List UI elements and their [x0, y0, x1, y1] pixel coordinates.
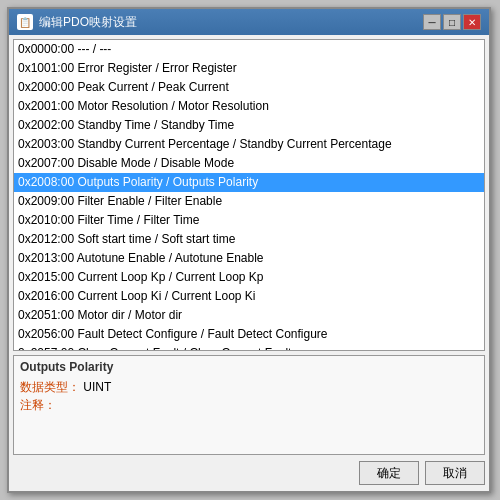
window-title: 编辑PDO映射设置 [39, 14, 423, 31]
data-type-value: UINT [83, 380, 111, 394]
list-item[interactable]: 0x2003:00 Standby Current Percentage / S… [14, 135, 484, 154]
title-bar: 📋 编辑PDO映射设置 ─ □ ✕ [9, 9, 489, 35]
data-type-field: 数据类型： UINT [20, 378, 478, 396]
list-item[interactable]: 0x2002:00 Standby Time / Standby Time [14, 116, 484, 135]
list-item[interactable]: 0x0000:00 --- / --- [14, 40, 484, 59]
list-item[interactable]: 0x2051:00 Motor dir / Motor dir [14, 306, 484, 325]
list-item[interactable]: 0x2016:00 Current Loop Ki / Current Loop… [14, 287, 484, 306]
data-type-label: 数据类型： [20, 380, 80, 394]
list-item[interactable]: 0x1001:00 Error Register / Error Registe… [14, 59, 484, 78]
list-item[interactable]: 0x2009:00 Filter Enable / Filter Enable [14, 192, 484, 211]
confirm-button[interactable]: 确定 [359, 461, 419, 485]
list-item[interactable]: 0x2015:00 Current Loop Kp / Current Loop… [14, 268, 484, 287]
maximize-button[interactable]: □ [443, 14, 461, 30]
list-item[interactable]: 0x2012:00 Soft start time / Soft start t… [14, 230, 484, 249]
action-buttons: 确定 取消 [13, 459, 485, 487]
detail-content: 数据类型： UINT 注释： [20, 378, 478, 438]
list-item[interactable]: 0x2013:00 Autotune Enable / Autotune Ena… [14, 249, 484, 268]
list-item[interactable]: 0x2000:00 Peak Current / Peak Current [14, 78, 484, 97]
list-item[interactable]: 0x2056:00 Fault Detect Configure / Fault… [14, 325, 484, 344]
note-field: 注释： [20, 396, 478, 414]
close-button[interactable]: ✕ [463, 14, 481, 30]
minimize-button[interactable]: ─ [423, 14, 441, 30]
title-icon: 📋 [17, 14, 33, 30]
pdo-list[interactable]: 0x0000:00 --- / ---0x1001:00 Error Regis… [13, 39, 485, 351]
list-item[interactable]: 0x2001:00 Motor Resolution / Motor Resol… [14, 97, 484, 116]
detail-title: Outputs Polarity [20, 360, 113, 374]
window-controls: ─ □ ✕ [423, 14, 481, 30]
cancel-button[interactable]: 取消 [425, 461, 485, 485]
note-label: 注释： [20, 398, 56, 412]
list-item[interactable]: 0x2008:00 Outputs Polarity / Outputs Pol… [14, 173, 484, 192]
list-item[interactable]: 0x2057:00 Clear Current Fault / Clear Cu… [14, 344, 484, 351]
list-item[interactable]: 0x2007:00 Disable Mode / Disable Mode [14, 154, 484, 173]
detail-panel: Outputs Polarity 数据类型： UINT 注释： [13, 355, 485, 455]
main-window: 📋 编辑PDO映射设置 ─ □ ✕ 0x0000:00 --- / ---0x1… [7, 7, 491, 493]
window-content: 0x0000:00 --- / ---0x1001:00 Error Regis… [9, 35, 489, 491]
list-item[interactable]: 0x2010:00 Filter Time / Filter Time [14, 211, 484, 230]
